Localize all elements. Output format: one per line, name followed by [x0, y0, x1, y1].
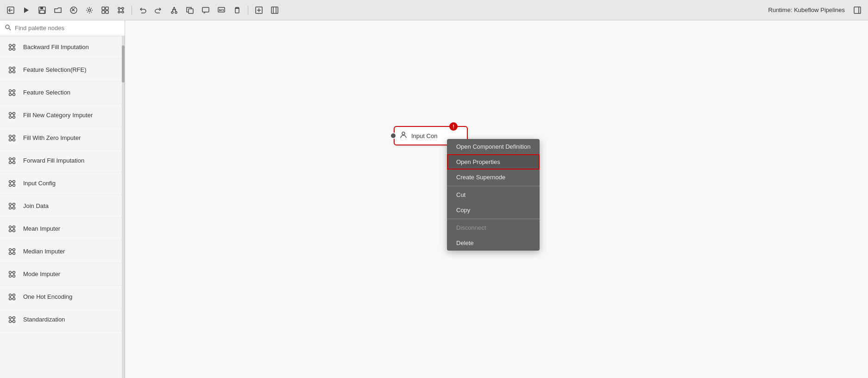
palette-item-label: Forward Fill Imputation [23, 157, 84, 165]
toolbar-open-button[interactable] [51, 3, 65, 17]
palette-item-median-imputer[interactable]: Median Imputer [0, 240, 125, 263]
palette-item-icon [6, 86, 19, 99]
palette-item-fill-with-zero[interactable]: Fill With Zero Imputer [0, 127, 125, 150]
toolbar-zoom-fit-button[interactable] [252, 3, 266, 17]
svg-point-60 [13, 94, 15, 96]
palette-item-label: Mean Imputer [23, 225, 60, 233]
svg-line-40 [9, 29, 11, 31]
svg-point-74 [13, 135, 15, 138]
toolbar-redo-button[interactable] [151, 3, 165, 17]
svg-point-105 [9, 226, 12, 228]
toolbar-copy-icon-button[interactable] [183, 3, 197, 17]
svg-point-124 [13, 275, 15, 277]
svg-point-100 [13, 207, 15, 209]
context-menu-item-disconnect: Disconnect [447, 220, 540, 235]
pipeline-canvas[interactable]: ! Input Con Open Component DefinitionOpe… [125, 20, 868, 378]
svg-rect-8 [102, 7, 105, 10]
svg-point-68 [13, 116, 15, 119]
svg-point-107 [9, 230, 12, 232]
node-left-connector[interactable] [390, 132, 396, 139]
palette-item-backward-fill[interactable]: Backward Fill Imputation [0, 36, 125, 59]
palette-item-join-data[interactable]: Join Data [0, 195, 125, 218]
palette-item-icon [6, 109, 19, 122]
palette-item-icon [6, 245, 19, 258]
palette-item-mean-imputer[interactable]: Mean Imputer [0, 218, 125, 240]
toolbar-clear-button[interactable] [67, 3, 81, 17]
svg-point-98 [13, 203, 15, 206]
svg-point-41 [9, 44, 12, 47]
palette-search-bar[interactable] [0, 20, 125, 36]
svg-line-23 [174, 7, 176, 12]
context-menu-item-open-component-def[interactable]: Open Component Definition [447, 139, 540, 154]
palette-scrollbar-thumb[interactable] [122, 45, 125, 82]
toolbar-arrange2-button[interactable] [268, 3, 282, 17]
svg-rect-30 [235, 8, 239, 13]
palette-item-standardization[interactable]: Standardization [0, 309, 125, 331]
palette-item-forward-fill[interactable]: Forward Fill Imputation [0, 150, 125, 172]
palette-item-one-hot-encoding[interactable]: One Hot Encoding [0, 286, 125, 309]
palette-item-label: Fill New Category Imputer [23, 112, 93, 120]
svg-point-58 [13, 90, 15, 92]
svg-point-50 [13, 67, 15, 69]
toolbar-delete-button[interactable] [230, 3, 244, 17]
context-menu-item-delete[interactable]: Delete [447, 235, 540, 251]
svg-rect-5 [40, 10, 44, 13]
svg-rect-11 [106, 11, 108, 13]
node-icon [399, 131, 408, 141]
svg-rect-37 [854, 7, 861, 13]
palette-item-icon [6, 132, 19, 145]
svg-point-132 [13, 298, 15, 300]
toolbar-arrange-button[interactable] [98, 3, 112, 17]
search-input[interactable] [15, 25, 120, 32]
svg-point-59 [9, 94, 12, 96]
palette-item-label: Standardization [23, 316, 65, 324]
svg-rect-4 [40, 7, 43, 9]
toolbar-run-button[interactable] [19, 3, 33, 17]
toolbar-comment-button[interactable] [199, 3, 213, 17]
toolbar-panel-toggle-button[interactable] [850, 3, 864, 17]
palette-item-label: Input Config [23, 180, 56, 188]
svg-point-82 [13, 158, 15, 160]
svg-point-51 [9, 71, 12, 73]
toolbar-undo-button[interactable] [136, 3, 150, 17]
palette-item-feature-selection[interactable]: Feature Selection [0, 82, 125, 104]
context-menu-item-copy[interactable]: Copy [447, 202, 540, 218]
palette-item-label: Feature Selection [23, 89, 70, 97]
palette-item-input-config[interactable]: Input Config [0, 172, 125, 195]
palette-item-label: One Hot Encoding [23, 293, 72, 301]
svg-point-89 [9, 181, 12, 183]
svg-rect-10 [102, 11, 105, 13]
node-error-badge: ! [449, 122, 458, 131]
svg-point-20 [171, 12, 173, 13]
palette-item-icon [6, 290, 19, 303]
svg-point-81 [9, 158, 12, 160]
svg-point-57 [9, 90, 12, 92]
svg-point-122 [13, 271, 15, 274]
svg-point-138 [13, 317, 15, 319]
toolbar-cut-icon-button[interactable] [167, 3, 181, 17]
toolbar-nodes-button[interactable] [114, 3, 128, 17]
palette-item-icon [6, 154, 19, 167]
svg-point-12 [118, 7, 120, 9]
palette-item-fill-new-category[interactable]: Fill New Category Imputer [0, 104, 125, 127]
palette-item-label: Join Data [23, 202, 49, 210]
palette-scrollbar[interactable] [122, 36, 125, 378]
svg-point-121 [9, 271, 12, 274]
context-menu-item-create-supernode[interactable]: Create Supernode [447, 170, 540, 185]
svg-rect-34 [271, 7, 278, 13]
toolbar-markdown-button[interactable] [214, 3, 228, 17]
svg-point-114 [13, 249, 15, 251]
context-menu-item-open-properties[interactable]: Open Properties [447, 154, 540, 170]
context-menu-separator-1 [447, 186, 540, 186]
palette-item-feature-selection-rfe[interactable]: Feature Selection(RFE) [0, 59, 125, 82]
toolbar-back-button[interactable] [4, 3, 18, 17]
toolbar: Runtime: Kubeflow Pipelines [0, 0, 868, 20]
toolbar-save-button[interactable] [35, 3, 49, 17]
svg-point-130 [13, 294, 15, 296]
palette-item-mode-imputer[interactable]: Mode Imputer [0, 263, 125, 286]
svg-point-129 [9, 294, 12, 296]
toolbar-pipeline-settings-button[interactable] [82, 3, 96, 17]
context-menu-item-cut[interactable]: Cut [447, 187, 540, 202]
svg-point-115 [9, 252, 12, 255]
palette-item-icon [6, 268, 19, 281]
